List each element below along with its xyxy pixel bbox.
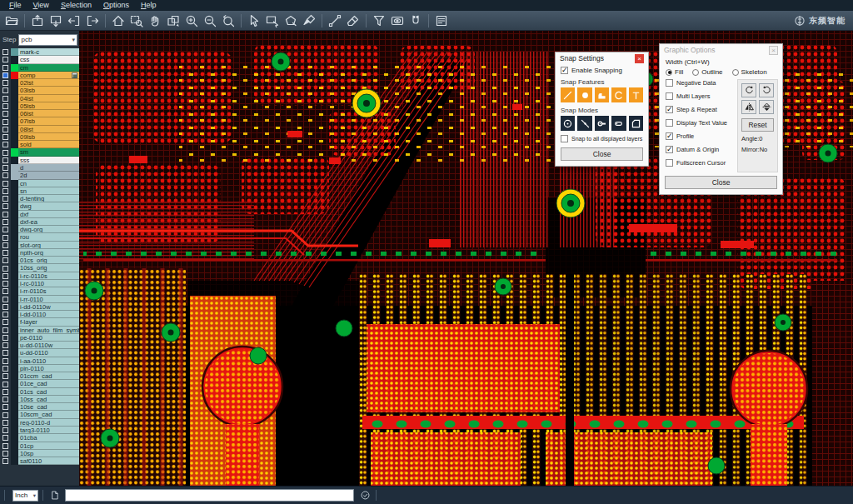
- layer-row-mark-c[interactable]: mark-c: [0, 48, 79, 56]
- layer-visibility-checkbox[interactable]: [2, 72, 8, 78]
- notes-icon[interactable]: [432, 12, 451, 29]
- unit-select[interactable]: Inch ▾: [12, 490, 38, 502]
- layer-visibility-checkbox[interactable]: [2, 96, 8, 102]
- measure-line-icon[interactable]: [326, 12, 344, 29]
- layer-row-2d[interactable]: 2d: [0, 172, 79, 179]
- layer-row-01cs_cad[interactable]: 01cs_cad: [0, 388, 79, 396]
- layer-row-i-aa-0110[interactable]: i-aa-0110: [0, 357, 79, 365]
- layer-visibility-checkbox[interactable]: [2, 127, 8, 132]
- layer-visibility-checkbox[interactable]: [2, 297, 8, 302]
- graphic-close-button[interactable]: Close: [665, 176, 777, 189]
- layer-row-02lst[interactable]: 02lst: [0, 79, 79, 87]
- layer-visibility-checkbox[interactable]: [2, 435, 8, 441]
- mirror-vertical-icon[interactable]: [759, 100, 774, 114]
- snap-feature-arc-icon[interactable]: [611, 87, 626, 102]
- layer-row-cm[interactable]: cm: [0, 64, 79, 72]
- layer-row-06lst[interactable]: 06lst: [0, 110, 79, 117]
- snap-feature-surface-icon[interactable]: [595, 87, 609, 102]
- layer-visibility-checkbox[interactable]: [2, 397, 8, 402]
- layer-visibility-checkbox[interactable]: [2, 172, 8, 178]
- menu-view[interactable]: View: [27, 0, 55, 11]
- step-select[interactable]: pcb ▾: [18, 34, 77, 46]
- snap-close-button[interactable]: Close: [561, 147, 643, 161]
- layer-row-i-rr-0110[interactable]: i-rr-0110: [0, 296, 79, 303]
- layer-visibility-checkbox[interactable]: [2, 150, 8, 156]
- layer-visibility-checkbox[interactable]: [2, 404, 8, 410]
- checkbox-fullscreen-cursor[interactable]: Fullscreen Cursor: [666, 159, 736, 167]
- snap-all-layers-checkbox[interactable]: Snap to all displayed layers: [561, 135, 643, 142]
- snap-feature-pad-icon[interactable]: [577, 87, 591, 102]
- checkbox-display-text-value[interactable]: Display Text Value: [666, 119, 736, 127]
- layer-visibility-checkbox[interactable]: [2, 65, 8, 71]
- layer-row-10se_cad[interactable]: 10se_cad: [0, 403, 79, 411]
- command-input[interactable]: [65, 489, 354, 502]
- layer-visibility-checkbox[interactable]: [2, 157, 8, 163]
- layer-visibility-checkbox[interactable]: [2, 366, 8, 372]
- layer-visibility-checkbox[interactable]: [2, 142, 8, 147]
- pan-icon[interactable]: [146, 12, 164, 29]
- snap-mode-center-icon[interactable]: [561, 116, 575, 131]
- layer-visibility-checkbox[interactable]: [2, 80, 8, 86]
- layer-row-sss[interactable]: sss: [0, 157, 79, 164]
- next-step-icon[interactable]: [83, 12, 102, 29]
- checkbox-datum-origin[interactable]: Datum & Origin: [666, 146, 736, 153]
- layer-row-u-dd-0110w[interactable]: u-dd-0110w: [0, 342, 79, 349]
- layer-row-10ss_cad[interactable]: 10ss_cad: [0, 396, 79, 403]
- layer-row-pe-0110[interactable]: pe-0110: [0, 334, 79, 342]
- highlight-brush-icon[interactable]: [300, 12, 318, 29]
- layer-visibility-checkbox[interactable]: [2, 181, 8, 187]
- checkbox-negative-data[interactable]: Negative Data: [666, 79, 736, 87]
- snap-mode-intersection-icon[interactable]: [577, 116, 591, 131]
- layer-row-pin-0110[interactable]: pin-0110: [0, 365, 79, 372]
- export-file-icon[interactable]: [47, 12, 65, 29]
- layer-row-i-rc-0110s[interactable]: i-rc-0110s: [0, 272, 79, 280]
- reset-button[interactable]: Reset: [741, 118, 774, 132]
- radio-skeleton[interactable]: Skeleton: [732, 68, 767, 76]
- layer-row-u-dd-0110[interactable]: u-dd-0110: [0, 349, 79, 357]
- prev-step-icon[interactable]: [65, 12, 83, 29]
- close-icon[interactable]: ×: [769, 46, 778, 55]
- layer-visibility-checkbox[interactable]: [2, 103, 8, 109]
- filter-icon[interactable]: [370, 12, 388, 29]
- measure-eraser-icon[interactable]: [344, 12, 362, 29]
- layer-visibility-checkbox[interactable]: [2, 165, 8, 171]
- layer-visibility-checkbox[interactable]: [2, 119, 8, 125]
- layer-visibility-checkbox[interactable]: [2, 451, 8, 457]
- layer-visibility-checkbox[interactable]: [2, 327, 8, 333]
- open-folder-icon[interactable]: [2, 12, 21, 29]
- layer-row-dwg[interactable]: dwg: [0, 202, 79, 210]
- layer-visibility-checkbox[interactable]: [2, 443, 8, 449]
- layer-row-09lsb[interactable]: 09lsb: [0, 133, 79, 141]
- layer-visibility-checkbox[interactable]: [2, 257, 8, 263]
- rotate-ccw-icon[interactable]: [759, 83, 774, 97]
- layer-row-08lst[interactable]: 08lst: [0, 126, 79, 133]
- menu-options[interactable]: Options: [97, 0, 135, 11]
- radio-fill[interactable]: Fill: [666, 68, 683, 76]
- rotate-cw-icon[interactable]: [741, 83, 756, 97]
- layer-row-targ3-0110[interactable]: targ3-0110: [0, 427, 79, 434]
- layer-visibility-checkbox[interactable]: [2, 312, 8, 317]
- layer-visibility-checkbox[interactable]: [2, 250, 8, 256]
- layer-visibility-checkbox[interactable]: [2, 304, 8, 310]
- snap-feature-line-icon[interactable]: [561, 87, 575, 102]
- layer-row-05lsb[interactable]: 05lsb: [0, 102, 79, 110]
- layer-row-i-dd-0110w[interactable]: i-dd-0110w: [0, 303, 79, 311]
- layer-visibility-checkbox[interactable]: [2, 188, 8, 194]
- layer-visibility-checkbox[interactable]: [2, 196, 8, 202]
- select-polygon-icon[interactable]: [282, 12, 300, 29]
- layer-visibility-checkbox[interactable]: [2, 266, 8, 272]
- select-cursor-icon[interactable]: [245, 12, 263, 29]
- layer-visibility-checkbox[interactable]: [2, 273, 8, 279]
- snap-dialog-titlebar[interactable]: Snap Settings ×: [556, 52, 648, 64]
- layer-row-10ss_orig[interactable]: 10ss_orig: [0, 264, 79, 272]
- layer-row-01ce_cad[interactable]: 01ce_cad: [0, 380, 79, 387]
- zoom-selection-icon[interactable]: [164, 12, 182, 29]
- snap-mode-slot-icon[interactable]: [611, 116, 626, 131]
- layer-row-cn[interactable]: cn: [0, 180, 79, 187]
- mirror-horizontal-icon[interactable]: [741, 100, 756, 114]
- display-options-icon[interactable]: [388, 12, 407, 29]
- new-file-icon[interactable]: [47, 489, 61, 502]
- layer-visibility-checkbox[interactable]: [2, 227, 8, 232]
- layer-visibility-checkbox[interactable]: [2, 203, 8, 209]
- layer-row-slot-org[interactable]: slot-org: [0, 242, 79, 249]
